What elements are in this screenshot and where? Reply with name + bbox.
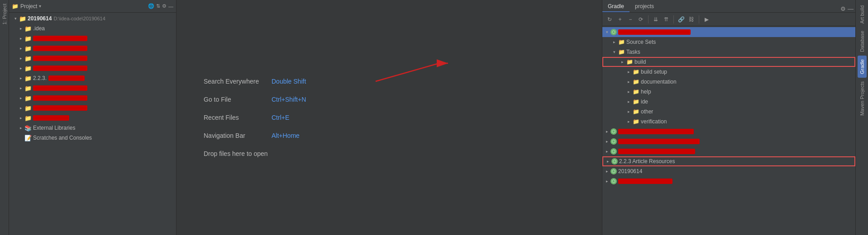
scratches-label: Scratches and Consoles: [33, 135, 92, 141]
arrow-6: [18, 95, 24, 101]
tree-item-8[interactable]: 📁: [9, 113, 176, 123]
label-223: 2.2.3.: [33, 75, 47, 81]
collapse-all-icon[interactable]: ⇈: [662, 15, 671, 24]
nav-bar-shortcut: Alt+Home: [272, 132, 300, 139]
gradle-panel: Gradle projects ⚙ — ↻ + − ⟳ ⇊ ⇈ 🔗 ⛓ ▶ ⬡: [602, 0, 855, 235]
left-vertical-tabs: 1: Project: [0, 0, 9, 235]
gradle-project-20190614[interactable]: ⬡ 20190614: [602, 166, 855, 176]
arrow-223: [18, 75, 24, 81]
src-sets-folder-icon: 📁: [618, 38, 625, 46]
other-arrow: [626, 109, 631, 114]
minimize-icon[interactable]: —: [848, 5, 854, 12]
gradle-tabs: Gradle projects ⚙ —: [602, 0, 855, 13]
expand-arrow: [13, 16, 18, 21]
tree-item-223[interactable]: 📁 2.2.3.: [9, 73, 176, 83]
link-icon[interactable]: 🔗: [677, 15, 686, 24]
side-tab-database[interactable]: Database: [858, 27, 867, 56]
gradle-project-3[interactable]: ⬡: [602, 136, 855, 146]
tree-item-1[interactable]: 📁: [9, 33, 176, 43]
settings-icon[interactable]: ⚙: [840, 5, 846, 12]
gradle-tab-projects[interactable]: projects: [630, 1, 659, 12]
other-folder-icon: 📁: [632, 108, 639, 115]
link2-icon[interactable]: ⛓: [687, 15, 696, 24]
docs-folder-icon: 📁: [632, 78, 639, 85]
p4-arrow: [604, 149, 610, 154]
plast-label: [618, 179, 672, 184]
external-libs-item[interactable]: 📚 External Libraries: [9, 123, 176, 133]
sort-icon[interactable]: ⇅: [156, 3, 160, 9]
tree-item-4[interactable]: 📁: [9, 63, 176, 73]
ext-lib-icon: 📚: [24, 124, 32, 132]
help-folder-icon: 📁: [632, 88, 639, 95]
ide-label: ide: [641, 99, 648, 105]
gradle-ide[interactable]: 📁 ide: [602, 97, 855, 107]
build-folder-icon: 📁: [626, 58, 633, 66]
p4-green: ⬡: [610, 148, 617, 155]
arrow-4: [18, 66, 24, 71]
recent-files-label: Recent Files: [204, 114, 267, 121]
add-icon[interactable]: +: [615, 15, 625, 24]
nav-bar-label: Navigation Bar: [204, 132, 267, 139]
ext-arrow: [18, 125, 24, 131]
gradle-tab-gradle[interactable]: Gradle: [602, 1, 630, 12]
gradle-verification[interactable]: 📁 verification: [602, 117, 855, 127]
tree-item-3[interactable]: 📁: [9, 53, 176, 63]
run-icon[interactable]: ▶: [702, 15, 711, 24]
globe-icon[interactable]: 🌐: [148, 3, 154, 9]
tree-root-item[interactable]: 📁 20190614 D:\idea-code\20190614: [9, 14, 176, 24]
gradle-tree: ⬡ 📁 Source Sets 📁 Tasks 📁 build: [602, 26, 855, 235]
gradle-source-sets[interactable]: 📁 Source Sets: [602, 37, 855, 47]
gradle-build[interactable]: 📁 build: [602, 57, 855, 67]
gradle-project-last[interactable]: ⬡: [602, 176, 855, 186]
idea-folder[interactable]: 📁 .idea: [9, 24, 176, 33]
remove-icon[interactable]: −: [626, 15, 635, 24]
dropdown-icon[interactable]: ▾: [39, 4, 41, 9]
p223-green: ⬡: [611, 158, 618, 164]
tree-item-5b[interactable]: 📁: [9, 83, 176, 93]
reload-icon[interactable]: ⟳: [636, 15, 645, 24]
gradle-toolbar: ↻ + − ⟳ ⇊ ⇈ 🔗 ⛓ ▶: [602, 13, 855, 26]
side-tab-maven[interactable]: Maven Projects: [858, 78, 867, 119]
arrow-5b: [18, 85, 24, 91]
build-setup-arrow: [626, 69, 631, 75]
side-tab-gradle[interactable]: Gradle: [858, 56, 867, 78]
p2-arrow: [604, 129, 610, 134]
collapse-icon[interactable]: —: [168, 4, 173, 9]
gradle-project-4[interactable]: ⬡: [602, 146, 855, 156]
verif-folder-icon: 📁: [632, 118, 639, 125]
gradle-help[interactable]: 📁 help: [602, 87, 855, 97]
refresh-icon[interactable]: ↻: [605, 15, 614, 24]
drop-files-row: Drop files here to open: [204, 146, 268, 161]
gradle-tasks[interactable]: 📁 Tasks: [602, 47, 855, 57]
project-tree: 📁 20190614 D:\idea-code\20190614 📁 .idea…: [9, 13, 176, 235]
tasks-arrow: [611, 49, 617, 55]
project-tab[interactable]: 1: Project: [0, 0, 9, 28]
build-arrow: [620, 59, 625, 65]
folder-icon-5b: 📁: [24, 85, 32, 92]
p2-label: [618, 129, 694, 134]
p223-arrow: [605, 159, 610, 164]
scratches-item[interactable]: 📝 Scratches and Consoles: [9, 133, 176, 143]
folder-icon-7: 📁: [24, 104, 32, 112]
src-sets-label: Source Sets: [626, 39, 656, 45]
tree-item-7[interactable]: 📁: [9, 103, 176, 113]
gradle-documentation[interactable]: 📁 documentation: [602, 77, 855, 87]
arrow-2: [18, 46, 24, 51]
recent-files-row: Recent Files Ctrl+E: [204, 110, 289, 125]
gradle-root-item[interactable]: ⬡: [602, 27, 855, 37]
tree-item-6[interactable]: 📁: [9, 93, 176, 103]
plast-arrow: [604, 179, 610, 184]
expand-all-icon[interactable]: ⇊: [651, 15, 660, 24]
root-label: 20190614: [28, 15, 52, 22]
side-tab-art-build[interactable]: Art build: [858, 2, 867, 27]
gradle-project-223[interactable]: ⬡ 2.2.3 Article Resources: [602, 156, 855, 166]
gradle-project-2[interactable]: ⬡: [602, 127, 855, 136]
nav-bar-row: Navigation Bar Alt+Home: [204, 128, 300, 143]
label-6: [33, 95, 87, 101]
settings-icon[interactable]: ⚙: [162, 3, 167, 9]
goto-file-label: Go to File: [204, 96, 267, 103]
gradle-root-arrow: [604, 29, 610, 35]
gradle-other[interactable]: 📁 other: [602, 107, 855, 117]
tree-item-2[interactable]: 📁: [9, 43, 176, 53]
gradle-build-setup[interactable]: 📁 build setup: [602, 67, 855, 77]
